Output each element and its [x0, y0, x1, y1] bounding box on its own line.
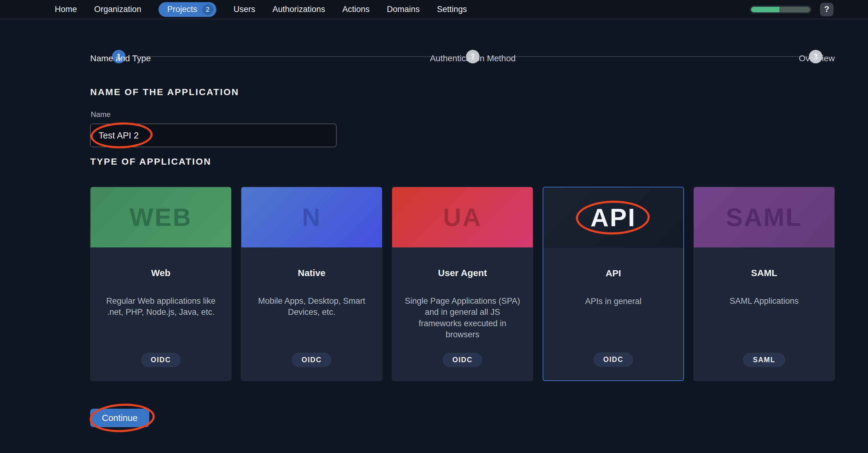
card-description: APIs in general — [543, 296, 683, 307]
card-description: SAML Applications — [694, 295, 834, 306]
type-card-web[interactable]: WEB Web Regular Web applications like .n… — [90, 187, 231, 381]
protocol-badge: OIDC — [593, 352, 633, 367]
nav-item-home[interactable]: Home — [55, 5, 77, 14]
nav-item-users[interactable]: Users — [234, 5, 255, 14]
card-title: SAML — [694, 268, 834, 278]
native-card-banner: N — [241, 187, 382, 248]
name-field-label: Name — [91, 110, 111, 119]
nav-item-authorizations[interactable]: Authorizations — [272, 5, 325, 14]
application-wizard-screen: Home Organization Projects 2 Users Autho… — [0, 0, 868, 453]
nav-item-settings[interactable]: Settings — [437, 5, 467, 14]
name-section-title: NAME OF THE APPLICATION — [90, 87, 239, 97]
top-nav-bar: Home Organization Projects 2 Users Autho… — [0, 0, 868, 19]
protocol-badge: OIDC — [141, 353, 181, 367]
web-card-banner: WEB — [91, 187, 231, 248]
topbar-right-group: ? — [750, 3, 868, 16]
wizard-stepper: 1 2 3 Name and Type Authentication Metho… — [0, 19, 868, 68]
native-card-banner-letter: N — [302, 203, 321, 232]
nav-item-actions[interactable]: Actions — [342, 5, 370, 14]
application-name-input[interactable] — [90, 124, 336, 147]
stepper-connector-line — [486, 56, 808, 57]
nav-item-organization[interactable]: Organization — [94, 5, 141, 14]
card-description: Mobile Apps, Desktop, Smart Devices, etc… — [241, 295, 382, 318]
step-1-label[interactable]: Name and Type — [90, 54, 151, 63]
projects-count-badge: 2 — [202, 4, 213, 15]
stepper-connector-line — [132, 56, 465, 57]
api-card-banner: API — [543, 187, 683, 248]
card-title: Web — [91, 268, 231, 278]
card-description: Single Page Applications (SPA) and in ge… — [392, 295, 533, 341]
quota-progress-bar — [750, 5, 811, 13]
continue-button[interactable]: Continue — [90, 409, 149, 427]
user-agent-card-banner: UA — [392, 187, 533, 248]
protocol-badge: OIDC — [443, 353, 483, 367]
protocol-badge: SAML — [743, 353, 785, 367]
type-card-api[interactable]: API API APIs in general OIDC — [542, 187, 684, 381]
api-card-banner-letter: API — [590, 203, 636, 232]
card-title: Native — [241, 268, 382, 278]
nav-item-projects[interactable]: Projects 2 — [158, 2, 216, 17]
main-nav: Home Organization Projects 2 Users Autho… — [0, 2, 467, 17]
user-agent-card-banner-letter: UA — [443, 203, 482, 232]
saml-card-banner: SAML — [694, 187, 834, 248]
card-title: User Agent — [392, 268, 533, 278]
quota-progress-fill — [751, 7, 779, 12]
type-card-native[interactable]: N Native Mobile Apps, Desktop, Smart Dev… — [241, 187, 382, 381]
type-card-saml[interactable]: SAML SAML SAML Applications SAML — [693, 187, 835, 381]
step-3-label[interactable]: Overview — [799, 54, 835, 63]
card-description: Regular Web applications like .net, PHP,… — [91, 295, 231, 318]
help-button[interactable]: ? — [820, 3, 834, 16]
application-type-cards: WEB Web Regular Web applications like .n… — [90, 187, 835, 381]
type-card-user-agent[interactable]: UA User Agent Single Page Applications (… — [392, 187, 533, 381]
step-2-label[interactable]: Authentication Method — [430, 54, 516, 63]
saml-card-banner-letter: SAML — [726, 203, 802, 232]
nav-item-projects-label: Projects — [167, 5, 197, 14]
web-card-banner-letter: WEB — [130, 203, 192, 232]
type-section-title: TYPE OF APPLICATION — [90, 156, 212, 167]
nav-item-domains[interactable]: Domains — [387, 5, 420, 14]
protocol-badge: OIDC — [292, 353, 332, 367]
card-title: API — [543, 268, 683, 279]
